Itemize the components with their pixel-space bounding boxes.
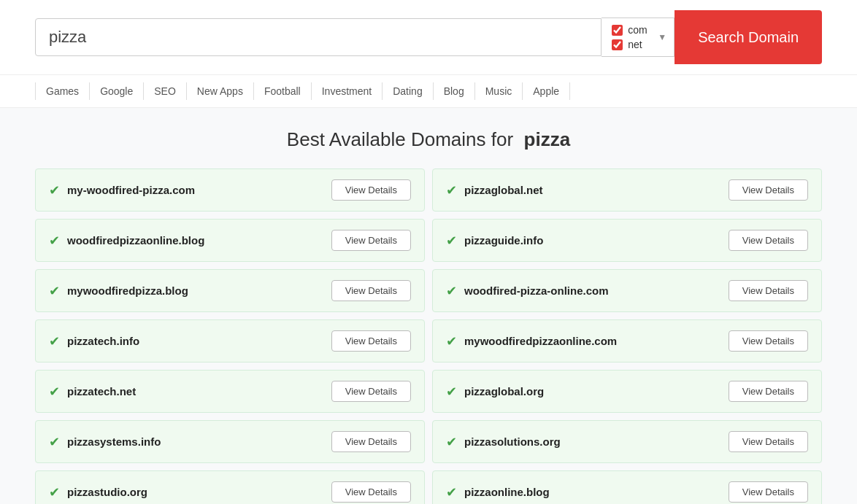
domain-name: pizzaguide.info <box>464 234 543 247</box>
domain-left: ✔pizzatech.info <box>49 335 139 348</box>
domain-card: ✔pizzatech.netView Details <box>35 370 425 413</box>
domain-card: ✔mywoodfiredpizzaonline.comView Details <box>432 319 822 363</box>
view-details-button[interactable]: View Details <box>331 179 411 201</box>
domain-card: ✔pizzaglobal.orgView Details <box>432 370 822 413</box>
domain-left: ✔mywoodfiredpizza.blog <box>49 284 188 298</box>
search-bar: com net ▼ Search Domain <box>0 0 857 75</box>
tld-selector[interactable]: com net ▼ <box>602 18 675 57</box>
tld-net-checkbox[interactable] <box>612 39 623 50</box>
domain-name: pizzatech.info <box>67 335 139 347</box>
tag-item[interactable]: Dating <box>383 82 433 100</box>
available-check-icon: ✔ <box>446 335 457 348</box>
domain-left: ✔pizzaonline.blog <box>446 486 550 499</box>
available-check-icon: ✔ <box>446 435 457 449</box>
view-details-button[interactable]: View Details <box>331 431 411 452</box>
tag-item[interactable]: Apple <box>523 82 570 100</box>
available-check-icon: ✔ <box>49 234 60 247</box>
domain-left: ✔pizzaglobal.net <box>446 184 543 197</box>
domain-card: ✔my-woodfired-pizza.comView Details <box>35 168 425 212</box>
tag-item[interactable]: Investment <box>312 82 383 100</box>
domain-left: ✔pizzaguide.info <box>446 234 543 247</box>
tld-com-label: com <box>628 24 647 36</box>
search-button[interactable]: Search Domain <box>675 10 822 64</box>
domain-name: pizzaglobal.net <box>464 184 543 196</box>
heading-prefix: Best Available Domains for <box>287 128 513 150</box>
domain-card: ✔woodfired-pizza-online.comView Details <box>432 269 822 312</box>
view-details-button[interactable]: View Details <box>331 230 411 251</box>
domain-card: ✔pizzaonline.blogView Details <box>432 470 822 504</box>
domain-card: ✔mywoodfiredpizza.blogView Details <box>35 269 425 312</box>
tag-item[interactable]: New Apps <box>187 82 254 100</box>
domain-card: ✔woodfiredpizzaonline.blogView Details <box>35 219 425 262</box>
available-check-icon: ✔ <box>49 284 60 298</box>
available-check-icon: ✔ <box>49 184 60 197</box>
available-check-icon: ✔ <box>49 385 60 398</box>
domain-name: mywoodfiredpizzaonline.com <box>464 335 617 347</box>
view-details-button[interactable]: View Details <box>331 381 411 402</box>
tags-bar: GamesGoogleSEONew AppsFootballInvestment… <box>0 75 857 108</box>
domain-card: ✔pizzasystems.infoView Details <box>35 420 425 463</box>
main-content: Best Available Domains for pizza ✔my-woo… <box>0 108 857 504</box>
available-check-icon: ✔ <box>49 435 60 449</box>
domain-card: ✔pizzaglobal.netView Details <box>432 168 822 212</box>
heading-keyword: pizza <box>524 128 571 150</box>
available-check-icon: ✔ <box>446 385 457 398</box>
domain-name: pizzasystems.info <box>67 435 161 448</box>
domain-card: ✔pizzastudio.orgView Details <box>35 470 425 504</box>
domain-name: pizzastudio.org <box>67 486 147 498</box>
domain-name: my-woodfired-pizza.com <box>67 184 195 196</box>
available-check-icon: ✔ <box>446 284 457 298</box>
domain-name: mywoodfiredpizza.blog <box>67 284 188 297</box>
view-details-button[interactable]: View Details <box>729 330 808 352</box>
domain-left: ✔pizzastudio.org <box>49 486 147 499</box>
available-check-icon: ✔ <box>49 335 60 348</box>
view-details-button[interactable]: View Details <box>729 481 808 503</box>
domain-name: woodfiredpizzaonline.blog <box>67 234 204 247</box>
available-check-icon: ✔ <box>49 486 60 499</box>
tag-item[interactable]: Blog <box>434 82 475 100</box>
tld-dropdown-arrow[interactable]: ▼ <box>658 32 666 42</box>
tld-com-checkbox[interactable] <box>612 25 623 36</box>
view-details-button[interactable]: View Details <box>331 330 411 352</box>
results-grid: ✔my-woodfired-pizza.comView Details✔pizz… <box>35 168 822 504</box>
available-check-icon: ✔ <box>446 184 457 197</box>
available-check-icon: ✔ <box>446 234 457 247</box>
tld-net-label: net <box>628 39 642 50</box>
tag-item[interactable]: Music <box>475 82 523 100</box>
tag-item[interactable]: Google <box>90 82 144 100</box>
domain-left: ✔woodfiredpizzaonline.blog <box>49 234 204 247</box>
view-details-button[interactable]: View Details <box>729 381 808 402</box>
domain-name: pizzatech.net <box>67 385 136 398</box>
domain-card: ✔pizzatech.infoView Details <box>35 319 425 363</box>
domain-card: ✔pizzaguide.infoView Details <box>432 219 822 262</box>
view-details-button[interactable]: View Details <box>331 481 411 503</box>
domain-left: ✔pizzasystems.info <box>49 435 161 449</box>
domain-card: ✔pizzasolutions.orgView Details <box>432 420 822 463</box>
view-details-button[interactable]: View Details <box>331 280 411 301</box>
tag-item[interactable]: Games <box>35 82 90 100</box>
tld-com-row: com <box>612 24 664 36</box>
view-details-button[interactable]: View Details <box>729 230 808 251</box>
view-details-button[interactable]: View Details <box>729 431 808 452</box>
domain-left: ✔mywoodfiredpizzaonline.com <box>446 335 617 348</box>
domain-left: ✔pizzasolutions.org <box>446 435 561 449</box>
search-input[interactable] <box>35 18 602 56</box>
domain-left: ✔my-woodfired-pizza.com <box>49 184 195 197</box>
domain-name: pizzasolutions.org <box>464 435 561 448</box>
tag-item[interactable]: SEO <box>144 82 187 100</box>
tag-item[interactable]: Football <box>254 82 312 100</box>
domain-left: ✔woodfired-pizza-online.com <box>446 284 609 298</box>
tld-net-row: net <box>612 39 664 50</box>
domain-left: ✔pizzatech.net <box>49 385 136 398</box>
view-details-button[interactable]: View Details <box>729 280 808 301</box>
available-check-icon: ✔ <box>446 486 457 499</box>
view-details-button[interactable]: View Details <box>729 179 808 201</box>
domain-left: ✔pizzaglobal.org <box>446 385 544 398</box>
domain-name: pizzaglobal.org <box>464 385 544 398</box>
results-heading: Best Available Domains for pizza <box>35 128 822 151</box>
domain-name: pizzaonline.blog <box>464 486 550 498</box>
domain-name: woodfired-pizza-online.com <box>464 284 609 297</box>
